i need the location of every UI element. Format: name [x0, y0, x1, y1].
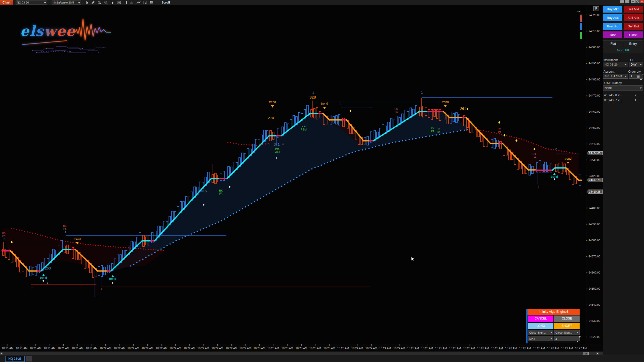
instrument-dropdown[interactable]: NQ 03-26: [16, 1, 47, 5]
restore-button[interactable]: [635, 0, 639, 3]
buy-mkt-button[interactable]: Buy Mkt: [603, 6, 622, 13]
ask-price: 24558.25: [609, 94, 621, 97]
sell-ask-button[interactable]: Sell Ask: [624, 14, 643, 21]
add-tab-button[interactable]: +: [26, 356, 32, 361]
bull-band-dotted: [209, 225, 210, 227]
bear-band-dotted: [113, 246, 114, 247]
trend-down-arrow-icon: [271, 105, 274, 108]
scroll-right-arrow-icon[interactable]: ►: [596, 352, 599, 355]
reverse-button[interactable]: Rev: [603, 31, 622, 38]
bear-band-dotted: [486, 131, 487, 132]
focus-button[interactable]: F: [593, 6, 599, 11]
cursor-icon[interactable]: [110, 0, 115, 5]
algo-short-button[interactable]: SHORT: [554, 323, 580, 329]
time-axis[interactable]: 10:21 AM10:21 AM10:21 AM10:21 AM10:21 AM…: [0, 344, 603, 351]
bear-band-dotted: [55, 239, 56, 240]
chart-annotation: 1: [312, 91, 314, 95]
period-dropdown[interactable]: ninZaRenko 20/5: [52, 1, 81, 5]
algo-long-button[interactable]: LONG: [528, 323, 553, 329]
bull-band-dotted: [227, 217, 228, 218]
algo-qty-spinner-icon[interactable]: [577, 337, 579, 341]
data-box-icon[interactable]: [116, 0, 122, 5]
bear-band-dotted: [246, 144, 247, 146]
time-axis-label: 10:22 AM: [239, 347, 251, 350]
close-button[interactable]: ✕: [640, 0, 644, 3]
chart-style-icon[interactable]: [84, 0, 89, 5]
time-axis-label: 10:22 AM: [212, 347, 223, 350]
ask-size: 2: [635, 94, 636, 97]
bear-band-dotted: [518, 138, 520, 139]
properties-list-icon[interactable]: [149, 0, 154, 5]
bull-band-dotted: [305, 172, 307, 173]
bear-band-dotted: [52, 238, 54, 239]
price-axis[interactable]: F 24520.0024510.0024500.0024490.0024480.…: [586, 5, 603, 344]
scrollbar-thumb[interactable]: ▮▮: [583, 352, 589, 355]
account-select[interactable]: APEX-17923...: [603, 74, 628, 79]
bull-band-dotted: [182, 237, 183, 239]
sell-mkt-button[interactable]: Sell Mkt: [624, 6, 643, 13]
time-tick: [343, 344, 343, 346]
instrument-select[interactable]: NQ 03-26: [603, 62, 628, 67]
bull-band-dotted: [439, 134, 440, 135]
panel-split-icon[interactable]: [123, 0, 128, 5]
zoom-in-icon[interactable]: [97, 0, 102, 5]
qty-stepper[interactable]: 1 ▦: [629, 74, 643, 79]
scroll-left-arrow-icon[interactable]: ◄: [0, 352, 3, 355]
bear-band-dotted: [72, 242, 74, 243]
bid-quote-row: B: 24557.25 1: [603, 99, 643, 103]
chart-annotation: trend: [442, 100, 449, 104]
buy-ask-button[interactable]: Buy Ask: [603, 14, 622, 21]
time-tick: [133, 344, 134, 346]
bear-band-dotted: [32, 233, 33, 234]
draw-pencil-icon[interactable]: [90, 0, 96, 5]
algo-close-button[interactable]: CLOSE: [554, 315, 580, 322]
buy-bid-button[interactable]: Buy Bid: [603, 23, 622, 30]
minimize-button[interactable]: –: [631, 0, 635, 3]
algo-panel-title[interactable]: Infinity Algo Engine$: [528, 309, 580, 315]
atm-strategy-select[interactable]: None: [603, 85, 643, 90]
bull-band-dotted: [221, 220, 222, 221]
time-axis-label: 10:26 AM: [505, 347, 517, 350]
price-axis-label: 24460.00: [589, 110, 600, 113]
time-axis-label: 10:22 AM: [197, 347, 209, 350]
algo-cancel-button[interactable]: CANCEL: [528, 315, 553, 322]
horizontal-scrollbar[interactable]: ◄ ▮▮ ►: [0, 351, 603, 355]
algo-qty-stepper[interactable]: 2: [554, 336, 580, 341]
chart-canvas[interactable]: RKPA2RKPA1263trendtrendtrend415RKPA27034…: [0, 5, 586, 344]
time-tick: [455, 344, 455, 346]
time-tick: [525, 344, 525, 346]
drawing-tools-icon[interactable]: [136, 0, 141, 5]
indicator-square-1[interactable]: [620, 0, 624, 3]
bear-band-dotted: [158, 250, 159, 251]
time-axis-label: 10:25 AM: [421, 347, 433, 350]
time-tick: [483, 344, 483, 346]
bull-band-dotted: [336, 158, 337, 159]
chart-annotation: trend: [109, 277, 116, 281]
time-axis-label: 10:24 AM: [351, 347, 363, 350]
window-app-tab[interactable]: Chart: [0, 0, 13, 5]
price-axis-label: 24370.00: [589, 255, 600, 258]
calculator-icon[interactable]: ▦: [637, 74, 640, 78]
time-axis-label: 10:26 AM: [477, 347, 489, 350]
bear-band-dotted: [19, 230, 20, 231]
chart-annotation: trend: [551, 175, 558, 178]
bear-band-dotted: [160, 250, 162, 251]
price-axis-label: 24520.00: [589, 14, 600, 17]
chart-plot[interactable]: RKPA2RKPA1263trendtrendtrend415RKPA27034…: [0, 5, 586, 344]
algo-close-mode-left-select[interactable]: Close_Sign...: [528, 330, 553, 335]
qty-spinner-icon[interactable]: [640, 74, 642, 79]
algo-order-type-select[interactable]: MKT: [528, 336, 553, 341]
region-select-icon[interactable]: [142, 0, 148, 5]
zoom-out-icon[interactable]: [103, 0, 109, 5]
bear-band-dotted: [521, 139, 522, 140]
time-tick: [203, 344, 204, 346]
bear-band-dotted: [85, 244, 86, 245]
algo-close-mode-right-select[interactable]: Close_Sign...: [554, 330, 580, 335]
bull-band-dotted: [224, 218, 225, 220]
tab-nq-03-26[interactable]: NQ 03-26: [5, 356, 25, 362]
indicators-icon[interactable]: [129, 0, 135, 5]
close-position-button[interactable]: Close: [624, 31, 643, 38]
tif-select[interactable]: DAY: [629, 62, 643, 67]
indicator-square-2[interactable]: [625, 0, 629, 3]
sell-bid-button[interactable]: Sell Bid: [624, 23, 643, 30]
